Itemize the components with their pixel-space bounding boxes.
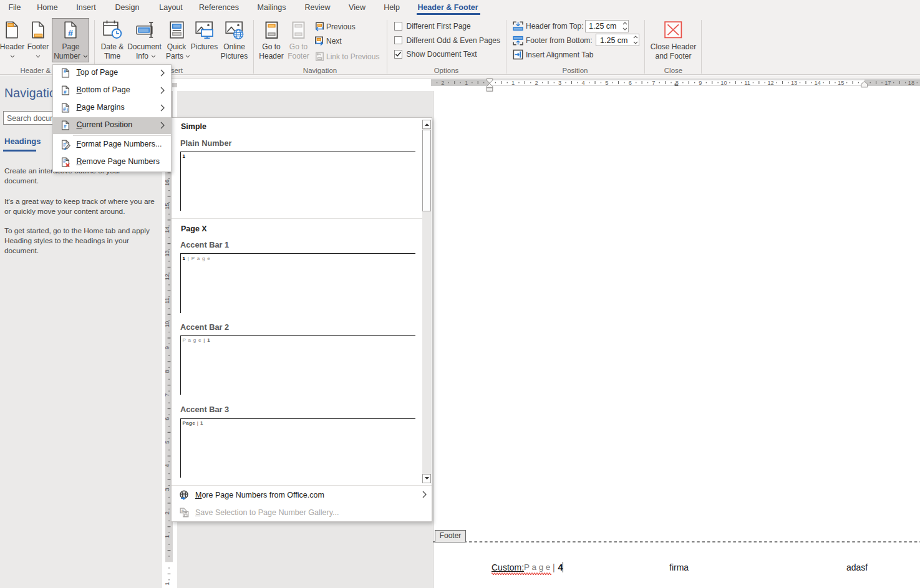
svg-text:7: 7 <box>165 393 170 397</box>
svg-text:#: # <box>64 124 67 130</box>
svg-text:16: 16 <box>165 180 170 186</box>
svg-text:5: 5 <box>165 441 170 444</box>
svg-text:4: 4 <box>582 80 585 86</box>
svg-text:10: 10 <box>165 321 170 327</box>
svg-text:12: 12 <box>165 274 170 280</box>
svg-text:#: # <box>64 90 67 95</box>
svg-text:7: 7 <box>652 80 655 86</box>
svg-text:1: 1 <box>465 80 468 86</box>
svg-text:6: 6 <box>629 80 632 86</box>
svg-text:14: 14 <box>165 226 170 233</box>
svg-text:4: 4 <box>165 464 170 467</box>
svg-text:17: 17 <box>884 80 891 86</box>
svg-text:12: 12 <box>767 80 773 86</box>
svg-text:3: 3 <box>165 488 170 491</box>
svg-text:#: # <box>63 158 66 164</box>
svg-text:15: 15 <box>165 203 170 210</box>
svg-text:13: 13 <box>791 80 797 86</box>
svg-text:#: # <box>63 142 66 148</box>
svg-text:18: 18 <box>908 80 914 86</box>
svg-text:2: 2 <box>535 80 538 86</box>
svg-text:14: 14 <box>815 80 821 86</box>
svg-text:15: 15 <box>838 80 844 86</box>
svg-text:6: 6 <box>165 417 170 420</box>
svg-text:#: # <box>67 28 72 38</box>
svg-text:3: 3 <box>558 80 561 86</box>
svg-text:#: # <box>63 107 66 112</box>
svg-text:11: 11 <box>744 80 750 86</box>
svg-text:9: 9 <box>165 346 170 349</box>
svg-text:1: 1 <box>165 582 170 586</box>
svg-text:1: 1 <box>511 80 515 86</box>
svg-text:#: # <box>64 69 67 74</box>
svg-text:5: 5 <box>605 80 608 86</box>
svg-text:11: 11 <box>165 297 170 304</box>
svg-text:2: 2 <box>165 511 170 514</box>
svg-text:2: 2 <box>441 80 444 86</box>
svg-text:8: 8 <box>165 370 170 373</box>
svg-text:9: 9 <box>699 80 702 86</box>
svg-text:1: 1 <box>165 535 170 538</box>
svg-text:13: 13 <box>165 250 170 256</box>
svg-text:10: 10 <box>720 80 727 86</box>
